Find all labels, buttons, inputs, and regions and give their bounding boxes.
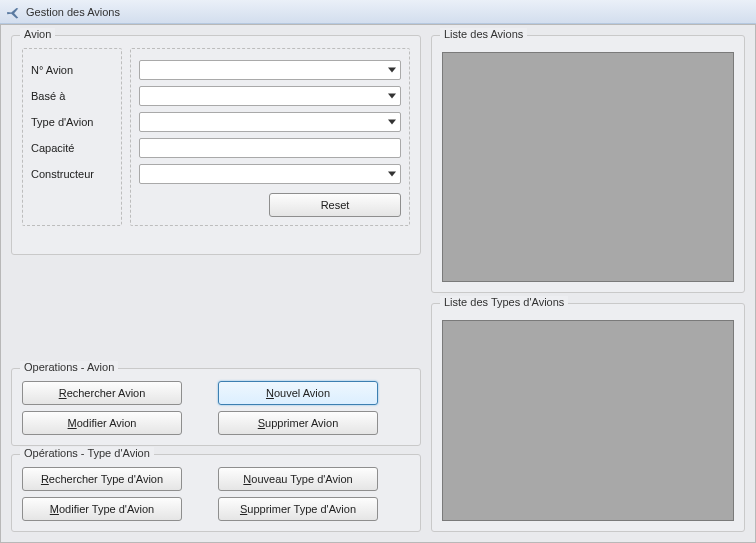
- base-a-combo[interactable]: [139, 86, 401, 106]
- chevron-down-icon: [388, 172, 396, 177]
- operations-avion-legend: Operations - Avion: [20, 361, 118, 373]
- operations-type-legend: Opérations - Type d'Avion: [20, 447, 154, 459]
- nouveau-type-button[interactable]: Nouveau Type d'Avion: [218, 467, 378, 491]
- reset-button[interactable]: Reset: [269, 193, 401, 217]
- num-avion-combo[interactable]: [139, 60, 401, 80]
- liste-types-listbox[interactable]: [442, 320, 734, 521]
- modifier-type-button[interactable]: Modifier Type d'Avion: [22, 497, 182, 521]
- chevron-down-icon: [388, 94, 396, 99]
- label-base-a: Basé à: [31, 83, 113, 109]
- liste-avions-listbox[interactable]: [442, 52, 734, 282]
- type-avion-combo[interactable]: [139, 112, 401, 132]
- liste-types-legend: Liste des Types d'Avions: [440, 296, 568, 308]
- avion-fields-panel: Reset: [130, 48, 410, 226]
- liste-types-group: Liste des Types d'Avions: [431, 303, 745, 532]
- rechercher-type-button[interactable]: Rechercher Type d'Avion: [22, 467, 182, 491]
- label-type-avion: Type d'Avion: [31, 109, 113, 135]
- chevron-down-icon: [388, 120, 396, 125]
- supprimer-avion-button[interactable]: Supprimer Avion: [218, 411, 378, 435]
- window-title: Gestion des Avions: [26, 6, 120, 18]
- constructeur-combo[interactable]: [139, 164, 401, 184]
- client-area: Avion N° Avion Basé à Type d'Avion Capac…: [0, 24, 756, 543]
- reset-button-label: Reset: [321, 199, 350, 211]
- window-titlebar: Gestion des Avions: [0, 0, 756, 24]
- capacite-input[interactable]: [139, 138, 401, 158]
- avion-group: Avion N° Avion Basé à Type d'Avion Capac…: [11, 35, 421, 255]
- modifier-avion-button[interactable]: Modifier Avion: [22, 411, 182, 435]
- label-constructeur: Constructeur: [31, 161, 113, 187]
- chevron-down-icon: [388, 68, 396, 73]
- rechercher-avion-button[interactable]: Rechercher Avion: [22, 381, 182, 405]
- operations-avion-group: Operations - Avion Rechercher Avion Modi…: [11, 368, 421, 446]
- avion-group-legend: Avion: [20, 28, 55, 40]
- label-num-avion: N° Avion: [31, 57, 113, 83]
- liste-avions-legend: Liste des Avions: [440, 28, 527, 40]
- label-capacite: Capacité: [31, 135, 113, 161]
- supprimer-type-button[interactable]: Supprimer Type d'Avion: [218, 497, 378, 521]
- avion-labels-panel: N° Avion Basé à Type d'Avion Capacité Co…: [22, 48, 122, 226]
- nouvel-avion-button[interactable]: Nouvel Avion: [218, 381, 378, 405]
- operations-type-group: Opérations - Type d'Avion Rechercher Typ…: [11, 454, 421, 532]
- liste-avions-group: Liste des Avions: [431, 35, 745, 293]
- airplane-icon: [6, 5, 20, 19]
